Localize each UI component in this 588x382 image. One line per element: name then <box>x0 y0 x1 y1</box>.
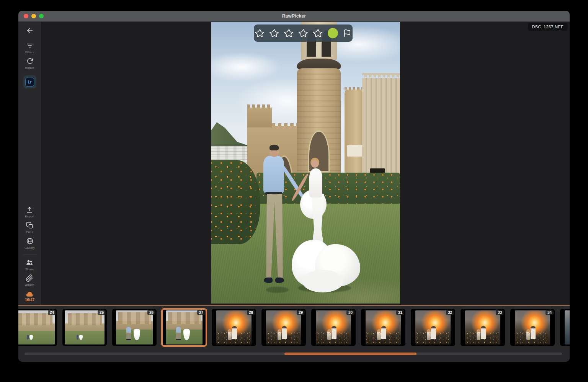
main-photo <box>211 22 400 304</box>
thumbnail-figure <box>431 326 436 339</box>
filmstrip-thumbnail[interactable]: 32 <box>411 309 455 346</box>
sidebar-item-files[interactable]: Files <box>26 222 34 234</box>
sidebar-item-export[interactable]: Export <box>25 206 34 218</box>
filmstrip-scrollbar-thumb[interactable] <box>284 353 416 355</box>
filmstrip: 24 25 26 27 28 29 <box>18 305 570 362</box>
filmstrip-thumbnail[interactable]: 27 <box>162 309 206 346</box>
sidebar-item-label: Filters <box>25 51 34 54</box>
sidebar-item-label: Rotate <box>25 66 34 70</box>
people-icon <box>26 259 33 266</box>
thumbnail-figure <box>176 327 181 340</box>
thumbnail-photo <box>266 310 301 344</box>
filename-badge: DSC_1267.NEF <box>528 23 568 31</box>
thumbnail-figure <box>278 329 281 340</box>
thumbnail-figure <box>134 329 140 340</box>
thumbnail-photo <box>65 310 105 344</box>
thumbnail-figure <box>27 335 29 340</box>
thumbnail-figure <box>29 335 33 340</box>
filmstrip-track: 24 25 26 27 28 29 <box>18 309 570 346</box>
sidebar-item-attach[interactable]: Attach <box>25 274 34 287</box>
filmstrip-thumbnail[interactable]: 33 <box>461 309 505 346</box>
close-button[interactable] <box>24 14 28 18</box>
sidebar-item-rotate[interactable]: Rotate <box>25 57 34 70</box>
upload-icon <box>26 206 33 214</box>
cloud-upload-icon <box>26 292 34 297</box>
minimize-button[interactable] <box>31 14 36 18</box>
thumbnail-photo <box>565 310 570 344</box>
thumbnail-figure <box>526 329 530 340</box>
star-icon[interactable] <box>299 28 309 38</box>
thumbnail-figure <box>282 326 287 339</box>
sidebar-item-label: Export <box>25 215 34 218</box>
thumb-number-badge: 32 <box>446 310 454 315</box>
thumbnail-photo <box>366 310 401 344</box>
filmstrip-thumbnail[interactable]: 29 <box>261 309 306 346</box>
thumb-number-badge: 30 <box>346 310 354 315</box>
filmstrip-scrollbar-track[interactable] <box>24 353 562 355</box>
green-color-label-button[interactable] <box>328 28 338 38</box>
thumbnail-figure <box>477 329 480 340</box>
thumbnail-photo <box>166 310 203 344</box>
sidebar-item-label: Files <box>26 230 33 234</box>
star-rating-group <box>255 28 323 38</box>
main-viewer: DSC_1267.NEF <box>41 22 570 305</box>
thumb-number-badge: 33 <box>496 310 504 315</box>
rating-toolbar <box>254 24 353 42</box>
thumbnail-photo <box>116 310 153 344</box>
photo-groom <box>270 145 279 150</box>
filmstrip-thumbnail[interactable]: 26 <box>112 309 157 346</box>
thumbnail-figure <box>183 329 190 340</box>
thumbnail-figure <box>481 326 486 339</box>
sidebar-item-label: Attach <box>25 283 34 287</box>
thumbnail-figure <box>79 335 83 340</box>
window-controls <box>24 11 44 21</box>
thumbnail-figure <box>377 329 381 340</box>
photo-flower-bush <box>211 160 260 245</box>
globe-icon <box>26 237 34 245</box>
thumbnail-photo <box>415 310 451 344</box>
thumbnail-figure <box>381 326 386 339</box>
thumbnail-figure <box>427 329 431 340</box>
sidebar-divider <box>23 255 36 255</box>
thumbnail-photo <box>515 310 550 344</box>
titlebar: RawPicker <box>18 11 570 22</box>
star-icon[interactable] <box>313 28 323 38</box>
zoom-button[interactable] <box>39 14 44 18</box>
thumbnail-figure <box>232 326 237 339</box>
sidebar-item-label: Gallery <box>24 246 35 250</box>
sidebar-item-gallery[interactable]: Gallery <box>24 237 35 250</box>
thumbnail-photo <box>465 310 500 344</box>
thumb-number-badge: 29 <box>297 310 305 315</box>
thumb-number-badge: 26 <box>147 310 155 315</box>
photo-shadow <box>266 287 289 293</box>
thumbnail-figure <box>126 327 131 340</box>
back-button[interactable] <box>26 26 34 36</box>
sidebar-item-filters[interactable]: Filters <box>25 42 34 54</box>
filmstrip-thumbnail[interactable]: 34 <box>510 309 555 346</box>
filmstrip-thumbnail[interactable]: 24 <box>18 309 57 346</box>
rotate-cw-icon <box>26 57 34 65</box>
star-icon[interactable] <box>284 28 294 38</box>
filmstrip-thumbnail[interactable]: 28 <box>212 309 256 346</box>
thumbnail-figure <box>531 326 536 339</box>
thumb-number-badge: 27 <box>197 310 205 315</box>
paperclip-icon <box>26 274 33 282</box>
back-arrow-icon <box>26 26 34 35</box>
star-icon[interactable] <box>255 28 265 38</box>
flag-button[interactable] <box>343 29 351 38</box>
star-icon[interactable] <box>270 28 279 38</box>
lightroom-button[interactable]: Lr <box>23 75 36 88</box>
sidebar: Filters Rotate Lr Export Files <box>18 22 41 305</box>
thumb-number-badge: 24 <box>48 310 56 315</box>
filmstrip-thumbnail[interactable]: 31 <box>361 309 405 346</box>
thumbnail-figure <box>332 326 336 339</box>
thumbnail-figure <box>228 329 232 340</box>
filmstrip-thumbnail[interactable]: 25 <box>62 309 107 346</box>
sidebar-item-share[interactable]: Share <box>25 259 34 271</box>
photo-groom <box>263 156 284 193</box>
photo-bride <box>311 160 318 168</box>
sidebar-item-label: Share <box>25 268 34 271</box>
filmstrip-thumbnail[interactable] <box>560 309 570 346</box>
thumb-number-badge: 28 <box>247 310 255 315</box>
filmstrip-thumbnail[interactable]: 30 <box>311 309 356 346</box>
